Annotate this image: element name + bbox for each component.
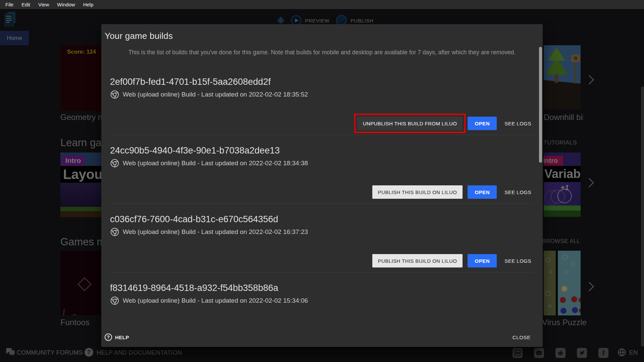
publish-build-button[interactable]: PUBLISH THIS BUILD ON LILUO — [372, 254, 463, 267]
see-logs-button[interactable]: SEE LOGS — [502, 185, 534, 199]
see-logs-button[interactable]: SEE LOGS — [502, 254, 534, 267]
chrome-icon — [110, 227, 119, 237]
build-row: 24cc90b5-4940-4f3e-90e1-b7038a2dee13 Web… — [110, 135, 534, 204]
build-info: Web (upload online) Build - Last updated… — [123, 228, 308, 236]
build-row: 2ef00f7b-fed1-4701-b15f-5aa2608edd2f Web… — [110, 57, 534, 135]
build-id: 24cc90b5-4940-4f3e-90e1-b7038a2dee13 — [110, 145, 534, 156]
help-icon: ? — [105, 334, 112, 341]
build-id: c036cf76-7600-4cad-b31c-e670c564356d — [110, 214, 534, 225]
close-button[interactable]: CLOSE — [509, 332, 534, 343]
build-info: Web (upload online) Build - Last updated… — [123, 297, 308, 304]
build-info: Web (upload online) Build - Last updated… — [123, 160, 308, 167]
build-id: f8314619-8964-4518-a932-f54bb358b86a — [110, 283, 534, 293]
app-window: File Edit View Window Help — [0, 0, 644, 362]
build-row: f8314619-8964-4518-a932-f54bb358b86a Web… — [110, 273, 534, 310]
menu-view[interactable]: View — [34, 0, 53, 9]
build-id: 2ef00f7b-fed1-4701-b15f-5aa2608edd2f — [110, 77, 534, 87]
menu-edit[interactable]: Edit — [17, 0, 34, 9]
menu-file[interactable]: File — [1, 0, 17, 9]
dialog-title: Your game builds — [101, 24, 543, 41]
help-button[interactable]: ? HELP — [105, 334, 129, 341]
menu-window[interactable]: Window — [53, 0, 79, 9]
build-list: 2ef00f7b-fed1-4701-b15f-5aa2608edd2f Web… — [101, 57, 543, 310]
game-builds-dialog: Your game builds This is the list of bui… — [101, 24, 543, 347]
menu-help[interactable]: Help — [79, 0, 98, 9]
open-build-button[interactable]: OPEN — [468, 185, 497, 199]
dialog-description: This is the list of builds that you've d… — [114, 48, 530, 57]
dialog-scrollbar[interactable] — [539, 47, 542, 163]
build-info: Web (upload online) Build - Last updated… — [123, 91, 308, 98]
help-label: HELP — [115, 335, 129, 340]
open-build-button[interactable]: OPEN — [468, 117, 497, 130]
unpublish-build-button[interactable]: UNPUBLISH THIS BUILD FROM LILUO — [357, 117, 463, 130]
menu-bar: File Edit View Window Help — [0, 0, 644, 9]
chrome-icon — [110, 296, 119, 305]
dialog-footer: ? HELP CLOSE — [101, 327, 543, 347]
open-build-button[interactable]: OPEN — [468, 254, 497, 267]
build-row: c036cf76-7600-4cad-b31c-e670c564356d Web… — [110, 204, 534, 273]
publish-build-button[interactable]: PUBLISH THIS BUILD ON LILUO — [372, 185, 463, 199]
see-logs-button[interactable]: SEE LOGS — [502, 117, 534, 130]
chrome-icon — [110, 159, 119, 168]
chrome-icon — [110, 90, 119, 99]
